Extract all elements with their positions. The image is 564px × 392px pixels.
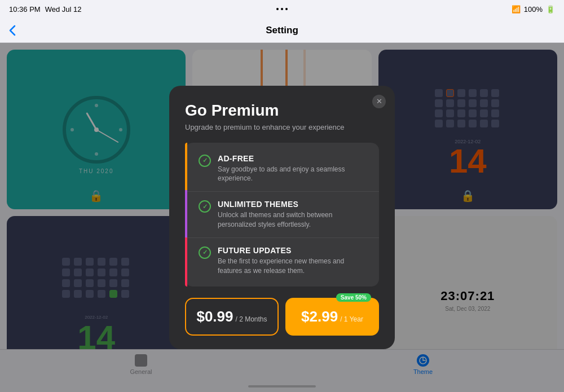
feature-text-adfree: AD-FREE Say goodbye to ads and enjoy a s… (218, 154, 370, 184)
page-title: Setting (266, 25, 298, 36)
feature-title-adfree: AD-FREE (218, 154, 370, 163)
color-bar (185, 143, 187, 287)
feature-desc-updates: Be the first to experience new themes an… (218, 257, 370, 276)
modal-title: Go Premium (185, 102, 379, 120)
check-mark-updates: ✓ (202, 249, 208, 256)
feature-item-updates: ✓ FUTURE UPDATES Be the first to experie… (185, 238, 379, 284)
modal-overlay: ✕ Go Premium Upgrade to premium to enhan… (0, 43, 564, 392)
feature-item-themes: ✓ UNLIMITED THEMES Unlock all themes and… (185, 192, 379, 238)
modal-close-button[interactable]: ✕ (372, 95, 386, 108)
feature-desc-themes: Unlock all themes and switch between per… (218, 210, 370, 230)
feature-text-updates: FUTURE UPDATES Be the first to experienc… (218, 246, 370, 276)
battery-icon: 🔋 (546, 5, 555, 14)
price-option-monthly[interactable]: $0.99 / 2 Months (185, 298, 279, 336)
nav-dots-center (276, 8, 288, 10)
feature-text-themes: UNLIMITED THEMES Unlock all themes and s… (218, 200, 370, 230)
wifi-icon: 📶 (512, 5, 521, 14)
premium-modal: ✕ Go Premium Upgrade to premium to enhan… (169, 86, 395, 350)
nav-bar: Setting (0, 18, 564, 43)
pricing-row: $0.99 / 2 Months Save 50% $2.99 / 1 Year (185, 298, 379, 336)
battery-display: 100% (524, 5, 543, 14)
modal-subtitle: Upgrade to premium to enhance your exper… (185, 123, 379, 131)
feature-check-themes: ✓ (199, 200, 211, 213)
feature-check-updates: ✓ (199, 246, 211, 259)
status-bar-left: 10:36 PM Wed Jul 12 (9, 5, 81, 14)
check-mark-adfree: ✓ (202, 157, 208, 164)
features-container: ✓ AD-FREE Say goodbye to ads and enjoy a… (185, 143, 379, 287)
save-badge: Save 50% (336, 293, 371, 302)
back-button[interactable] (9, 25, 16, 36)
check-mark-themes: ✓ (202, 203, 208, 210)
date-display: Wed Jul 12 (45, 5, 82, 14)
feature-check-adfree: ✓ (199, 155, 211, 167)
price-amount-monthly: $0.99 / 2 Months (196, 308, 267, 325)
status-bar-right: 📶 100% 🔋 (512, 5, 555, 14)
status-bar: 10:36 PM Wed Jul 12 📶 100% 🔋 (0, 0, 564, 18)
time-display: 10:36 PM (9, 5, 41, 14)
price-option-yearly[interactable]: Save 50% $2.99 / 1 Year (285, 298, 379, 336)
feature-desc-adfree: Say goodbye to ads and enjoy a seamless … (218, 165, 370, 184)
price-amount-yearly: $2.99 / 1 Year (301, 308, 363, 325)
feature-item-adfree: ✓ AD-FREE Say goodbye to ads and enjoy a… (185, 146, 379, 192)
feature-title-updates: FUTURE UPDATES (218, 246, 370, 255)
feature-title-themes: UNLIMITED THEMES (218, 200, 370, 209)
main-content: THU 2020 🔒 (0, 43, 564, 392)
